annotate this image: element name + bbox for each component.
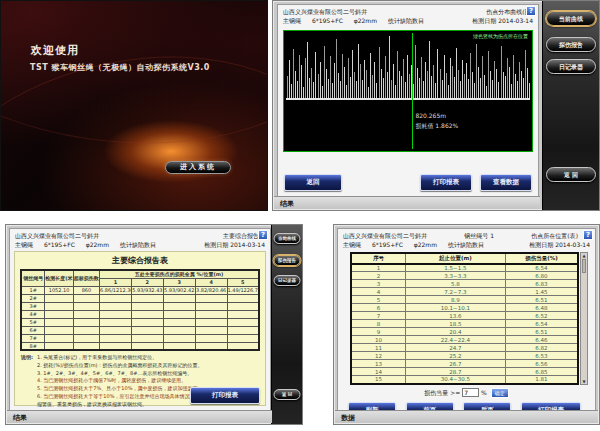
defect-table-row[interactable]: 610.1~10.16.48 — [351, 304, 578, 312]
report-note-line: 1. 头尾重合(标记)，用于采集数据与所检钢丝绳定位。 — [37, 354, 204, 362]
waveform-spike — [295, 71, 296, 100]
waveform-spike — [336, 39, 337, 100]
panel-current-curve-button[interactable]: 当前曲线 — [546, 11, 596, 26]
defect-table-row[interactable]: 47.2~7.31.45 — [351, 288, 578, 296]
defect-cell: 13.6 — [405, 312, 505, 320]
defect-table-row[interactable]: 11.5~1.56.54 — [351, 264, 578, 272]
panel-back-button[interactable]: 返 回 — [546, 167, 596, 182]
waveform-spike — [374, 62, 375, 100]
defect-table-row[interactable]: 1428.76.85 — [351, 368, 578, 376]
report-cell — [163, 334, 195, 342]
defect-table-row[interactable]: 713.66.52 — [351, 312, 578, 320]
report-page: 主要综合报告表 钢丝绳号 检测长度(米) 超标损伤数量(处) 五处主要损伤点的损… — [14, 251, 266, 406]
help-icon[interactable]: ? — [258, 230, 268, 240]
report-cell — [100, 318, 132, 326]
panel-back-button[interactable]: 返 回 — [274, 389, 301, 400]
report-cell: 2# — [21, 294, 45, 302]
defect-table-row[interactable]: 35.86.83 — [351, 280, 578, 288]
report-cell: 7# — [21, 334, 45, 342]
waveform-spike — [299, 55, 300, 100]
help-icon[interactable]: ? — [583, 230, 593, 240]
defect-cell: 6.51 — [505, 328, 578, 336]
defect-cell: 7 — [351, 312, 405, 320]
filter-threshold-input[interactable] — [462, 388, 479, 397]
waveform-spike — [320, 62, 321, 100]
waveform-spike — [366, 70, 367, 100]
defect-cell: 6 — [351, 304, 405, 312]
report-cell: 3# — [21, 302, 45, 310]
waveform-window: 当前曲线 探伤报告 日记录器 返 回 ? 山西义兴煤业有限公司二号斜井 伤点分布… — [272, 0, 600, 211]
report-cell — [100, 342, 132, 350]
waveform-spike — [293, 49, 294, 100]
panel-flaw-report-button[interactable]: 探伤报告 — [546, 37, 596, 52]
report-cell — [131, 318, 163, 326]
report-cell: 1052.10 — [45, 286, 74, 294]
panel-current-curve-button[interactable]: 当前曲线 — [274, 233, 301, 244]
waveform-spike — [311, 68, 312, 100]
defect-table-row[interactable]: 1530.4~30.51.81 — [351, 376, 578, 384]
report-cell — [45, 294, 74, 302]
waveform-spike — [362, 80, 363, 100]
waveform-chart[interactable]: 绿色竖线为伤点所在位置 820.265m 损耗值 1.862% — [283, 30, 533, 152]
defect-table-row[interactable]: 58.96.51 — [351, 296, 578, 304]
waveform-spike — [466, 63, 467, 100]
report-cell: 6.86/1212.36 — [100, 286, 132, 294]
inspection-date: 检测日期 2014-03-14 — [529, 240, 590, 249]
back-button[interactable]: 返回 — [284, 174, 342, 191]
waveform-spike — [515, 74, 516, 100]
waveform-spike — [505, 76, 506, 100]
defect-table-row[interactable]: 818.56.54 — [351, 320, 578, 328]
print-report-button[interactable]: 打印报表 — [420, 174, 472, 191]
report-cell — [131, 334, 163, 342]
filter-operator: >= — [450, 388, 460, 395]
report-cell: 5.93/902.42 — [163, 286, 195, 294]
defect-cell: 8 — [351, 320, 405, 328]
report-cell — [163, 326, 195, 334]
panel-flaw-report-button[interactable]: 探伤报告 — [274, 255, 301, 266]
splash-welcome-text: 欢迎使用 — [31, 43, 79, 58]
report-table-head: 钢丝绳号 检测长度(米) 超标损伤数量(处) 五处主要损伤点的损耗金属 %/位置… — [21, 270, 259, 286]
waveform-spike — [468, 79, 469, 100]
report-table-body: 1#1052.108606.86/1212.365.93/932.435.93/… — [21, 286, 259, 350]
chart-spikes — [286, 34, 530, 100]
report-cell — [131, 302, 163, 310]
defect-cell: 1 — [351, 264, 405, 272]
waveform-spike — [523, 78, 524, 100]
defect-cell: 2 — [351, 272, 405, 280]
waveform-spike — [494, 61, 495, 100]
defect-table-row[interactable]: 1326.76.56 — [351, 360, 578, 368]
status-bar: 结果 — [7, 410, 272, 423]
help-icon[interactable]: ? — [526, 6, 536, 16]
cursor-loss: 损耗值 1.862% — [415, 121, 458, 131]
report-header: 山西义兴煤业有限公司二号斜井 主要综合报告表 主钢绳 6*19S+FC φ22m… — [10, 229, 270, 250]
waveform-spike — [507, 58, 508, 100]
print-report-button[interactable]: 打印报表 — [190, 387, 260, 404]
report-cell — [100, 326, 132, 334]
waveform-spike — [478, 67, 479, 100]
scrollbar-thumb[interactable] — [582, 259, 586, 273]
chart-cursor-line[interactable] — [412, 33, 413, 149]
defect-table-row[interactable]: 1225.26.53 — [351, 352, 578, 360]
panel-day-logger-button[interactable]: 日记录器 — [546, 59, 596, 74]
panel-day-logger-button[interactable]: 日记录器 — [274, 275, 301, 286]
waveform-spike — [338, 73, 339, 100]
sub-col-3: 3 — [163, 278, 195, 286]
scroll-down-icon[interactable]: ▼ — [581, 379, 587, 384]
waveform-spike — [446, 73, 447, 100]
defect-table-row[interactable]: 1124.76.82 — [351, 344, 578, 352]
waveform-spike — [462, 60, 463, 100]
view-data-button[interactable]: 查看数据 — [480, 174, 532, 191]
side-panel: 当前曲线 探伤报告 日记录器 返 回 — [271, 225, 302, 424]
waveform-spike — [425, 62, 426, 100]
filter-apply-button[interactable]: 确定 — [491, 388, 509, 398]
scroll-up-icon[interactable]: ▲ — [581, 253, 587, 258]
report-cell — [73, 294, 99, 302]
defect-table-row[interactable]: 920.46.51 — [351, 328, 578, 336]
report-cell — [227, 302, 259, 310]
defect-table-row[interactable]: 23.3~3.36.80 — [351, 272, 578, 280]
sub-col-4: 4 — [195, 278, 227, 286]
enter-system-button[interactable]: 进入系统 — [165, 161, 231, 174]
defect-table-row[interactable]: 1022.4~22.46.46 — [351, 336, 578, 344]
defect-cell: 12 — [351, 352, 405, 360]
table-scrollbar[interactable]: ▲ ▼ — [580, 252, 588, 385]
